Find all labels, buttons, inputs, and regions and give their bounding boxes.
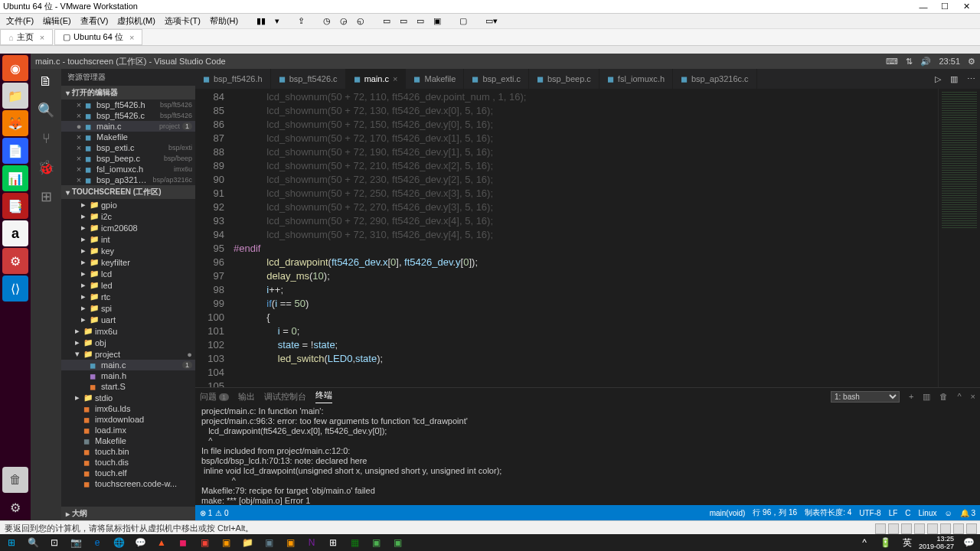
ime-icon[interactable]: 英	[897, 535, 917, 550]
onenote-icon[interactable]: N	[302, 535, 322, 550]
camera-icon[interactable]: 📷	[66, 535, 86, 550]
edge-icon[interactable]: e	[87, 535, 107, 550]
status-eol[interactable]: LF	[889, 509, 898, 517]
taskbar-clock[interactable]: 13:252019-08-27	[919, 535, 957, 550]
tree-folder[interactable]: ▸📁key	[61, 245, 195, 256]
settings-icon[interactable]: ⚙	[2, 494, 28, 520]
terminal-tab[interactable]: 终端	[315, 390, 332, 403]
maximize-panel-icon[interactable]: ^	[957, 392, 961, 401]
minimize-button[interactable]: —	[913, 2, 934, 11]
dropdown-icon[interactable]: ▾	[270, 16, 284, 26]
tree-folder[interactable]: ▸📁obj	[61, 337, 195, 348]
software-icon[interactable]: ⚙	[2, 248, 28, 274]
tree-folder[interactable]: ▸📁imx6u	[61, 325, 195, 337]
device-icon[interactable]	[888, 523, 899, 534]
menu-edit[interactable]: 编辑(E)	[38, 15, 76, 27]
tree-folder[interactable]: ▸📁stdio	[61, 392, 195, 403]
terminal-select[interactable]: 1: bash	[831, 391, 900, 403]
tree-folder[interactable]: ▾📁project●	[61, 348, 195, 360]
status-encoding[interactable]: UTF-8	[859, 509, 880, 517]
calc-icon[interactable]: 📊	[2, 165, 28, 191]
files-icon[interactable]: 📁	[2, 83, 28, 109]
tree-folder[interactable]: ▸📁keyfilter	[61, 256, 195, 268]
tree-file[interactable]: ◼Makefile	[61, 435, 195, 446]
taskview-icon[interactable]: ⊡	[44, 535, 64, 550]
vscode-icon[interactable]: ⟨⟩	[2, 276, 28, 302]
editor-tab[interactable]: ◼Makefile	[406, 69, 464, 89]
device-icon[interactable]	[875, 523, 886, 534]
dash-icon[interactable]: ◉	[2, 55, 28, 81]
clock-icon[interactable]: ◷	[318, 16, 335, 26]
open-editor-item[interactable]: ×◼bsp_exti.cbsp/exti	[61, 142, 195, 153]
search-icon[interactable]: 🔍	[23, 535, 43, 550]
revert-icon[interactable]: ◵	[352, 16, 369, 26]
calc-icon[interactable]: ⊞	[323, 535, 343, 550]
editor-tab[interactable]: ◼bsp_ft5426.c	[271, 69, 346, 89]
split-terminal-icon[interactable]: ▥	[923, 392, 930, 402]
close-icon[interactable]: ×	[129, 33, 134, 42]
keyboard-icon[interactable]: ⌨	[886, 57, 898, 67]
minimap[interactable]	[938, 89, 980, 387]
gear-icon[interactable]: ⚙	[968, 57, 975, 67]
app-icon[interactable]: ◼	[173, 535, 193, 550]
app-icon[interactable]: ▣	[366, 535, 386, 550]
terminal-output[interactable]: project/main.c: In function 'main':proje…	[195, 405, 980, 505]
app-icon[interactable]: ▣	[387, 535, 407, 550]
vmware-tab-home[interactable]: ⌂ 主页 ×	[0, 29, 53, 45]
view1-icon[interactable]: ▭	[378, 16, 395, 26]
tree-folder[interactable]: ▸📁icm20608	[61, 222, 195, 233]
tree-file[interactable]: ◼touch.elf	[61, 468, 195, 478]
close-icon[interactable]: ×	[40, 33, 44, 42]
tree-file[interactable]: ◼touchscreen.code-w...	[61, 478, 195, 489]
snapshot-icon[interactable]: ◶	[335, 16, 352, 26]
status-errors[interactable]: ⊗ 1 ⚠ 0	[200, 509, 229, 517]
open-editor-item[interactable]: ×◼bsp_ap3216c.cbsp/ap3216c	[61, 174, 195, 185]
debug-console-tab[interactable]: 调试控制台	[264, 391, 306, 403]
explorer-icon[interactable]: 🗎	[39, 73, 53, 90]
tree-file[interactable]: ◼main.h	[61, 370, 195, 381]
open-editor-item[interactable]: ×◼fsl_iomuxc.himx6u	[61, 164, 195, 174]
status-os[interactable]: Linux	[919, 509, 937, 517]
status-pos[interactable]: 行 96，列 16	[753, 507, 797, 518]
app-icon[interactable]: ▣	[280, 535, 300, 550]
tree-file[interactable]: ◼load.imx	[61, 425, 195, 435]
start-icon[interactable]: ⊞	[2, 535, 21, 550]
editor-tab[interactable]: ◼bsp_ap3216c.c	[673, 69, 757, 89]
code-area[interactable]: lcd_shownum(50 + 72, 110, ft5426_dev.poi…	[234, 89, 938, 387]
device-icon[interactable]	[901, 523, 912, 534]
editor-tab[interactable]: ◼bsp_beep.c	[529, 69, 599, 89]
app-icon[interactable]: ▣	[194, 535, 214, 550]
device-icon[interactable]	[927, 523, 938, 534]
new-terminal-icon[interactable]: +	[909, 392, 913, 401]
pause-icon[interactable]: ▮▮	[252, 16, 270, 26]
menu-vm[interactable]: 虚拟机(M)	[113, 15, 160, 27]
editor-tab[interactable]: ◼bsp_exti.c	[464, 69, 529, 89]
chrome-icon[interactable]: 🌐	[109, 535, 129, 550]
fullscreen-icon[interactable]: ▣	[429, 16, 446, 26]
explorer-icon[interactable]: 📁	[237, 535, 257, 550]
open-editor-item[interactable]: ×◼bsp_beep.cbsp/beep	[61, 153, 195, 164]
tree-folder[interactable]: ▸📁lcd	[61, 268, 195, 279]
device-icon[interactable]	[953, 523, 964, 534]
tree-folder[interactable]: ▸📁rtc	[61, 291, 195, 302]
battery-icon[interactable]: 🔋	[876, 535, 896, 550]
tree-folder[interactable]: ▸📁uart	[61, 314, 195, 325]
tree-file[interactable]: ◼main.c1	[61, 360, 195, 370]
impress-icon[interactable]: 📑	[2, 193, 28, 219]
volume-icon[interactable]: 🔊	[920, 57, 931, 67]
workspace-section[interactable]: ▾ TOUCHSCREEN (工作区)	[61, 185, 195, 199]
app-icon[interactable]: ▣	[216, 535, 236, 550]
search-icon[interactable]: 🔍	[38, 102, 54, 119]
open-editor-item[interactable]: ×◼Makefile	[61, 132, 195, 142]
more-icon[interactable]: ⋯	[962, 69, 980, 89]
device-icon[interactable]	[966, 523, 977, 534]
menu-help[interactable]: 帮助(H)	[205, 15, 243, 27]
editor-tab[interactable]: ◼fsl_iomuxc.h	[599, 69, 673, 89]
tree-file[interactable]: ◼touch.bin	[61, 446, 195, 457]
split-icon[interactable]: ▥	[946, 69, 962, 89]
tree-file[interactable]: ◼touch.dis	[61, 457, 195, 468]
vmware-tab-ubuntu[interactable]: ▢ Ubuntu 64 位 ×	[54, 29, 142, 45]
scm-icon[interactable]: ⑂	[42, 131, 51, 147]
debug-icon[interactable]: 🐞	[38, 159, 54, 176]
app-icon[interactable]: ▲	[152, 535, 172, 550]
